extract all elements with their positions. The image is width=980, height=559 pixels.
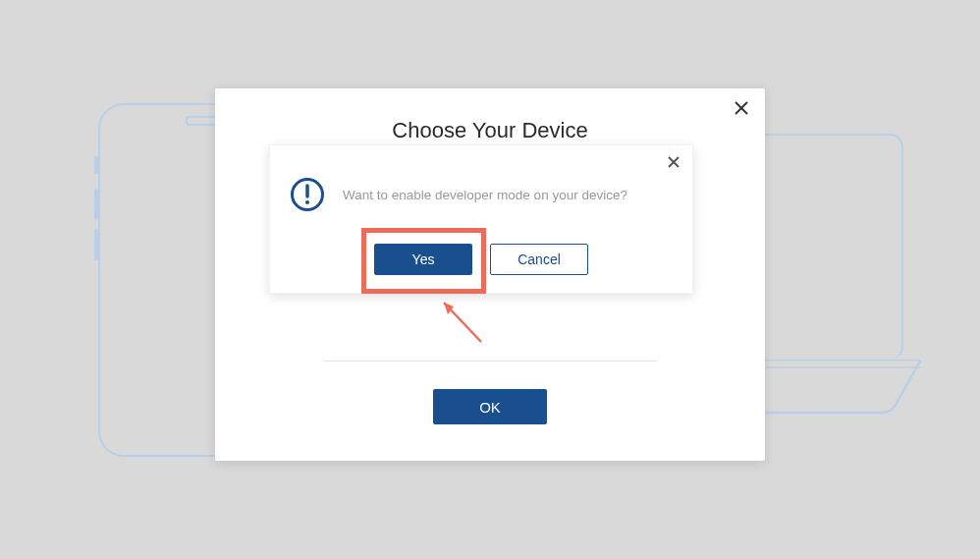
close-button[interactable] [732, 98, 751, 118]
phone-side-button [94, 229, 98, 260]
dialog-body: Want to enable developer mode on your de… [270, 145, 692, 212]
close-icon [735, 101, 748, 115]
svg-point-7 [305, 200, 309, 204]
choose-device-modal: Choose Your Device Want to enable develo… [215, 88, 765, 461]
close-button[interactable] [665, 153, 682, 171]
cancel-button[interactable]: Cancel [490, 244, 588, 275]
ok-button[interactable]: OK [433, 389, 547, 424]
phone-side-button [94, 156, 98, 174]
dialog-button-row: Yes Cancel [270, 244, 692, 275]
dialog-message: Want to enable developer mode on your de… [343, 188, 627, 202]
phone-side-button [94, 189, 98, 220]
yes-button[interactable]: Yes [374, 244, 472, 275]
info-icon [290, 177, 325, 212]
close-icon [668, 156, 680, 168]
modal-title: Choose Your Device [215, 88, 765, 143]
confirm-developer-mode-dialog: Want to enable developer mode on your de… [269, 144, 693, 294]
divider [323, 361, 657, 362]
